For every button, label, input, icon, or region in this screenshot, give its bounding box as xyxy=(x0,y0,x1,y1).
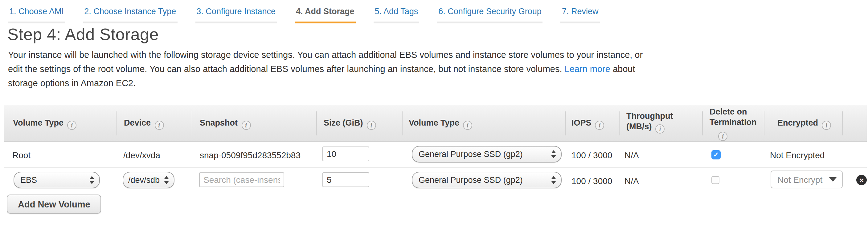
info-icon[interactable]: i xyxy=(718,132,727,141)
tab-configure-instance[interactable]: 3. Configure Instance xyxy=(195,4,277,24)
header-volume-type-2: Volume Typei xyxy=(409,118,472,130)
root-snapshot-label: snap-0509f95d283552b83 xyxy=(200,150,301,160)
info-icon[interactable]: i xyxy=(67,121,76,130)
root-encrypted-label: Not Encrypted xyxy=(770,150,825,160)
root-iops-label: 100 / 3000 xyxy=(571,150,612,160)
page-title: Step 4: Add Storage xyxy=(7,25,159,44)
page-description: Your instance will be launched with the … xyxy=(8,48,717,91)
tab-add-storage[interactable]: 4. Add Storage xyxy=(295,4,356,24)
select-stepper-icon xyxy=(551,176,556,184)
header-snapshot: Snapshoti xyxy=(200,118,251,130)
table-bottom-border xyxy=(4,193,867,193)
info-icon[interactable]: i xyxy=(241,121,251,130)
chevron-down-icon xyxy=(829,177,837,182)
row-separator xyxy=(4,167,867,168)
root-delete-on-termination-checkbox[interactable]: ✓ xyxy=(711,150,721,159)
header-delete-on-termination: Delete on Termination i xyxy=(710,107,766,141)
column-divider xyxy=(192,111,192,136)
root-device-label: /dev/xvda xyxy=(123,150,160,160)
ebs-device-select[interactable]: /dev/sdb xyxy=(123,172,175,188)
root-throughput-label: N/A xyxy=(624,150,639,160)
ebs-size-input[interactable] xyxy=(322,173,369,187)
ebs-volume-type2-select[interactable]: General Purpose SSD (gp2) xyxy=(412,172,562,188)
tab-choose-ami[interactable]: 1. Choose AMI xyxy=(8,4,65,24)
root-volume-type-select[interactable]: General Purpose SSD (gp2) xyxy=(412,146,562,162)
column-divider xyxy=(702,111,703,136)
select-stepper-icon xyxy=(89,176,94,184)
root-volume-type-label: Root xyxy=(12,150,31,160)
wizard-step-tabs: 1. Choose AMI 2. Choose Instance Type 3.… xyxy=(8,4,599,24)
ebs-throughput-label: N/A xyxy=(624,176,639,186)
select-stepper-icon xyxy=(551,150,556,158)
ebs-volume-type-select[interactable]: EBS xyxy=(13,172,100,188)
column-divider xyxy=(842,111,843,136)
ebs-delete-on-termination-checkbox[interactable] xyxy=(711,176,719,184)
header-iops: IOPSi xyxy=(571,118,604,130)
root-size-input[interactable] xyxy=(322,147,369,161)
select-stepper-icon xyxy=(164,176,169,184)
remove-volume-button[interactable]: ✕ xyxy=(856,175,867,185)
add-new-volume-button[interactable]: Add New Volume xyxy=(7,194,101,214)
info-icon[interactable]: i xyxy=(656,124,665,133)
tab-choose-instance-type[interactable]: 2. Choose Instance Type xyxy=(83,4,177,24)
description-line3: storage options in Amazon EC2. xyxy=(8,77,717,91)
info-icon[interactable]: i xyxy=(463,121,472,130)
tab-add-tags[interactable]: 5. Add Tags xyxy=(374,4,420,24)
description-line1: Your instance will be launched with the … xyxy=(8,48,717,62)
description-line2: edit the settings of the root volume. Yo… xyxy=(8,62,717,76)
header-throughput: Throughput (MB/s)i xyxy=(626,111,694,133)
tab-review[interactable]: 7. Review xyxy=(561,4,600,24)
column-divider xyxy=(565,111,566,136)
column-divider xyxy=(116,111,117,136)
tab-configure-security-group[interactable]: 6. Configure Security Group xyxy=(437,4,543,24)
ebs-iops-label: 100 / 3000 xyxy=(571,176,612,186)
info-icon[interactable]: i xyxy=(154,121,164,130)
add-storage-page: 1. Choose AMI 2. Choose Instance Type 3.… xyxy=(0,0,868,229)
info-icon[interactable]: i xyxy=(367,121,376,130)
column-divider xyxy=(402,111,403,136)
header-size: Size (GiB)i xyxy=(324,118,376,130)
close-icon: ✕ xyxy=(859,176,864,184)
header-device: Devicei xyxy=(124,118,164,130)
check-icon: ✓ xyxy=(713,151,719,159)
header-encrypted: Encryptedi xyxy=(777,118,831,130)
header-volume-type: Volume Typei xyxy=(13,118,76,130)
column-divider xyxy=(316,111,317,136)
info-icon[interactable]: i xyxy=(595,121,604,130)
ebs-snapshot-search-input[interactable] xyxy=(199,173,284,187)
info-icon[interactable]: i xyxy=(822,121,831,130)
column-divider xyxy=(619,111,620,136)
ebs-encrypted-dropdown[interactable]: Not Encrypt xyxy=(771,170,843,188)
learn-more-link[interactable]: Learn more xyxy=(565,64,610,74)
